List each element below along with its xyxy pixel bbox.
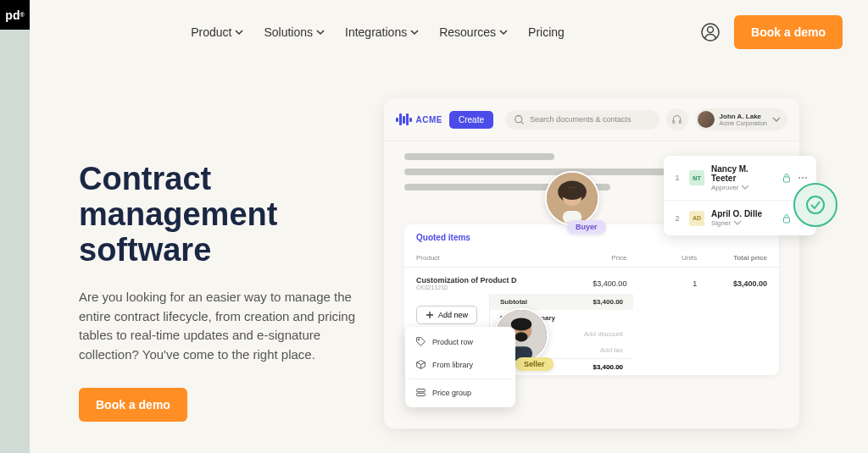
svg-point-13 [515,332,528,341]
menu-product-row[interactable]: Product row [409,330,512,353]
app-mockup: ACME Create Search documents & contacts [384,98,799,428]
menu-from-library[interactable]: From library [409,353,512,376]
add-discount-button[interactable]: Add discount [584,330,623,338]
svg-point-8 [561,187,583,200]
hero-title: Contract management software [79,162,367,268]
nav-pricing-label: Pricing [528,25,565,39]
nav-product-label: Product [191,25,231,39]
recipient-initials: AD [689,211,704,226]
nav-solutions[interactable]: Solutions [264,25,325,39]
svg-point-2 [515,115,522,122]
brand-reg: ® [19,12,24,18]
cell-price: $3,400.00 [557,279,627,288]
acme-brand-text: ACME [416,115,442,124]
brand-text: pd [5,8,19,22]
svg-rect-19 [784,218,790,223]
user-avatar [698,111,715,128]
nav-resources-label: Resources [439,25,496,39]
chevron-down-icon[interactable] [741,183,749,191]
cell-total: $3,400.00 [697,279,767,288]
nav-solutions-label: Solutions [264,25,313,39]
svg-point-24 [418,339,420,340]
lock-icon[interactable] [782,213,792,224]
svg-point-1 [708,27,714,33]
col-header-units: Units [626,254,697,262]
user-menu[interactable]: John A. Lake Acme Corporation [695,108,787,130]
svg-rect-15 [784,177,790,182]
menu-price-group[interactable]: Price group [409,378,512,404]
nav-pricing[interactable]: Pricing [528,25,565,39]
support-button[interactable] [666,108,688,130]
hero-description: Are you looking for an easier way to man… [79,288,367,364]
seller-role-badge: Seller [515,357,554,371]
add-tax-button[interactable]: Add tax [600,346,623,354]
product-sku: CK0211210 [416,285,557,290]
chevron-down-icon [316,28,325,36]
skeleton-line [404,153,554,160]
success-check-badge [793,183,837,227]
recipient-name: April O. Dille [711,209,775,218]
col-header-price: Price [557,254,627,262]
account-icon[interactable] [700,22,721,42]
create-button[interactable]: Create [449,111,493,129]
brand-badge: pd® [0,0,30,30]
navbar: Product Solutions Integrations Resources… [30,0,868,64]
svg-rect-3 [673,120,675,123]
recipient-order: 1 [672,174,682,182]
recipient-name: Nancy M. Teeter [711,164,775,183]
recipient-role: Approver [711,184,738,191]
acme-logo: ACME [396,113,442,125]
box-icon [415,359,426,370]
total-value: $3,400.00 [593,363,623,371]
recipients-panel: 1 NT Nancy M. Teeter Approver [664,156,816,235]
svg-rect-25 [417,389,426,391]
buyer-role-badge: Buyer [567,220,606,234]
nav-integrations[interactable]: Integrations [345,25,419,39]
subtotal-label: Subtotal [500,298,527,306]
check-icon [805,195,826,215]
chevron-down-icon [410,28,419,36]
plus-icon [426,311,434,319]
layers-icon [415,387,426,398]
add-menu: Product row From library Price group [405,327,515,407]
chevron-down-icon [772,115,781,124]
nav-resources[interactable]: Resources [439,25,508,39]
add-new-button[interactable]: Add new [416,306,477,324]
col-header-total: Total price [697,254,767,262]
recipient-item[interactable]: 1 NT Nancy M. Teeter Approver [664,156,816,200]
subtotal-value: $3,400.00 [593,298,623,306]
recipient-order: 2 [672,214,682,223]
user-name: John A. Lake [720,113,767,120]
recipient-role: Signer [711,219,731,227]
svg-rect-26 [417,393,426,395]
nav-integrations-label: Integrations [345,25,407,39]
lock-icon[interactable] [782,173,792,183]
more-icon[interactable] [798,173,808,183]
chevron-down-icon[interactable] [733,218,742,227]
headset-icon [671,114,682,125]
tag-icon [415,336,426,347]
svg-point-18 [805,177,807,179]
recipient-initials: NT [689,170,704,185]
user-org: Acme Corporation [720,120,767,126]
svg-rect-4 [679,120,681,123]
buyer-avatar [545,171,599,225]
product-name: Customization of Product D [416,276,557,285]
search-placeholder: Search documents & contacts [530,115,632,124]
chevron-down-icon [235,28,243,36]
hero-cta-button[interactable]: Book a demo [79,388,187,422]
search-icon [514,114,525,125]
header-cta-button[interactable]: Book a demo [734,15,843,49]
menu-label: From library [432,361,473,369]
add-new-label: Add new [438,311,468,319]
nav-product[interactable]: Product [191,25,243,39]
menu-label: Product row [432,338,473,346]
chevron-down-icon [499,28,508,36]
menu-label: Price group [432,389,471,397]
svg-point-12 [511,318,531,330]
svg-point-16 [798,177,800,179]
col-header-product: Product [416,254,557,262]
search-input[interactable]: Search documents & contacts [505,110,659,130]
cell-units: 1 [626,279,697,288]
svg-point-23 [807,196,824,213]
